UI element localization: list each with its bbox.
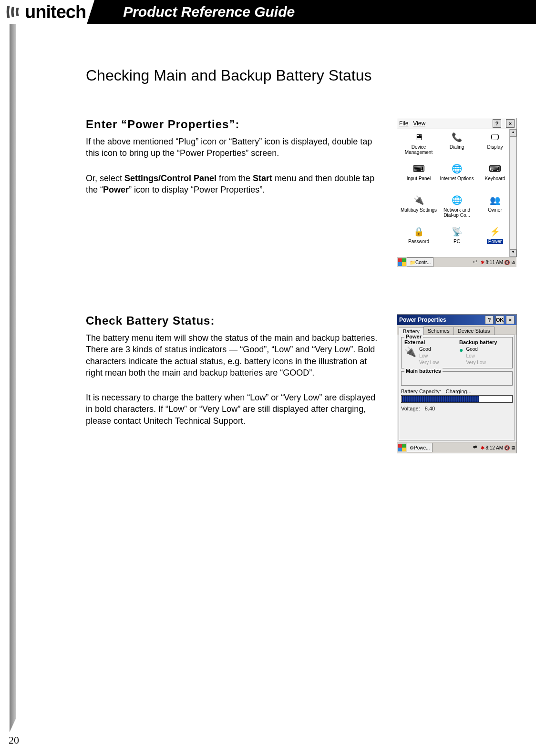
control-panel-icon[interactable]: 🖥Device Management (400, 132, 437, 163)
unitech-logo-icon (5, 4, 21, 20)
backup-title: Backup battery (459, 339, 509, 345)
screenshot-power-properties: Power Properties ? OK × Battery Schemes … (397, 314, 517, 453)
control-panel-icon[interactable]: 📞Dialing (438, 132, 475, 163)
control-panel-icon[interactable]: 🔒Password (400, 226, 437, 257)
tray-flag-icon[interactable]: ✱ (481, 445, 484, 450)
app-icon: 🌐 (450, 195, 464, 206)
control-panel-icon[interactable]: ⌨Input Panel (400, 163, 437, 194)
battery-panel: Power External 🔌 Good Low Very Low (399, 335, 515, 440)
tray-flag-icon[interactable]: ✱ (481, 260, 484, 265)
page-number: 20 (9, 734, 19, 746)
guide-title: Product Reference Guide (123, 4, 295, 20)
external-good: Good (419, 346, 439, 353)
close-button[interactable]: × (506, 316, 515, 324)
tab-device-status[interactable]: Device Status (454, 327, 495, 335)
section2-title: Check Battery Status: (86, 314, 382, 327)
text: from the (216, 174, 253, 183)
icon-label: Dialing (450, 144, 464, 150)
tray-sync-icon[interactable]: ⇄ (473, 259, 480, 266)
app-icon: 🔒 (412, 226, 425, 238)
taskbar-app-label: Powe... (414, 445, 430, 450)
app-icon: 🔌 (412, 195, 425, 206)
scrollbar[interactable]: ▴ ▾ (509, 129, 516, 257)
text-bold: Power (103, 185, 129, 194)
menu-file[interactable]: File (399, 120, 408, 127)
section1-title: Enter “Power Properties”: (86, 118, 382, 131)
voltage-value: 8.40 (425, 406, 435, 411)
tray-sync-icon[interactable]: ⇄ (473, 444, 480, 451)
icon-label: PC (454, 239, 460, 244)
control-panel-icon[interactable]: ⚡Power (476, 226, 514, 257)
backup-good: Good (466, 346, 485, 353)
icon-label: Owner (488, 207, 502, 213)
capacity-value: Charging... (446, 388, 472, 394)
section1-para2: Or, select Settings/Control Panel from t… (86, 173, 382, 196)
battery-icon: ● (459, 346, 463, 354)
control-panel-icon[interactable]: 👥Owner (476, 195, 514, 225)
header-bar: unitech Product Reference Guide (0, 0, 536, 24)
fieldset-main-batteries: Main batteries (401, 371, 513, 386)
tray-desktop-icon[interactable]: 🖥 (511, 445, 515, 450)
external-verylow: Very Low (419, 359, 439, 366)
help-button[interactable]: ? (485, 316, 494, 324)
icon-label: Device Management (400, 144, 437, 155)
scroll-down-icon[interactable]: ▾ (510, 249, 516, 257)
tab-schemes[interactable]: Schemes (423, 327, 454, 335)
section2-para1: The battery menu item will show the stat… (86, 332, 382, 378)
taskbar-app-button[interactable]: ⚙ Powe... (407, 443, 433, 452)
external-low: Low (419, 353, 439, 359)
close-button[interactable]: × (506, 119, 515, 128)
tray-desktop-icon[interactable]: 🖥 (511, 260, 515, 265)
icon-label: Power (487, 239, 503, 244)
app-icon: 🖵 (488, 132, 502, 143)
icon-label: Display (487, 144, 503, 150)
app-icon: ⌨ (488, 163, 502, 175)
backup-column: Backup battery ● Good Low Very Low (459, 339, 509, 366)
control-panel-icon[interactable]: ⌨Keyboard (476, 163, 514, 194)
section-enter-power-properties: Enter “Power Properties”: If the above m… (86, 118, 517, 257)
menu-view[interactable]: View (413, 120, 425, 127)
tray-speaker-icon[interactable]: 🔇 (504, 445, 510, 450)
text: ” icon to display “Power Properties”. (129, 185, 265, 194)
section-check-battery-status: Check Battery Status: The battery menu i… (86, 314, 517, 453)
page-heading: Checking Main and Backup Battery Status (86, 67, 517, 84)
backup-low: Low (466, 353, 485, 359)
icon-label: Internet Options (440, 176, 474, 181)
control-panel-icon[interactable]: 🌐Network and Dial-up Co... (438, 195, 475, 225)
fieldset-power: Power External 🔌 Good Low Very Low (401, 337, 513, 368)
voltage-label: Voltage: (401, 406, 420, 411)
backup-verylow: Very Low (466, 359, 485, 366)
capacity-bar (401, 395, 513, 403)
tray-speaker-icon[interactable]: 🔇 (504, 260, 510, 265)
taskbar-app-button[interactable]: 📁 Contr... (407, 257, 433, 267)
legend-power: Power (404, 334, 423, 339)
screenshot-control-panel: File View ? × ▴ ▾ 🖥Device Management📞Dia… (397, 118, 517, 257)
tabs: Battery Schemes Device Status (397, 325, 516, 335)
text-bold: Start (253, 174, 272, 183)
section2-para2: It is necessary to charge the battery wh… (86, 392, 382, 427)
app-icon: 🌐 (450, 163, 464, 175)
control-panel-icon[interactable]: 📡PC (438, 226, 475, 257)
help-button[interactable]: ? (493, 119, 501, 128)
scroll-up-icon[interactable]: ▴ (510, 129, 516, 137)
app-icon: 📞 (450, 132, 464, 143)
left-margin-strip (10, 24, 16, 732)
icon-label: Multibay Settings (401, 207, 437, 213)
start-icon[interactable] (398, 444, 406, 451)
app-icon: 🖥 (412, 132, 425, 143)
app-icon: ⌨ (412, 163, 425, 175)
icon-label: Input Panel (407, 176, 431, 181)
ok-button[interactable]: OK (495, 316, 504, 324)
icon-label: Network and Dial-up Co... (438, 207, 475, 218)
taskbar-app-label: Contr... (415, 260, 431, 265)
control-panel-icon[interactable]: 🌐Internet Options (438, 163, 475, 194)
icon-label: Keyboard (485, 176, 505, 181)
external-title: External (404, 339, 454, 345)
section1-para1: If the above mentioned “Plug” icon or “B… (86, 136, 382, 159)
plug-icon: 🔌 (404, 346, 416, 358)
control-panel-icon[interactable]: 🖵Display (476, 132, 514, 163)
app-icon: ⚡ (488, 226, 502, 238)
start-icon[interactable] (398, 258, 406, 266)
legend-main-batteries: Main batteries (404, 368, 443, 374)
control-panel-icon[interactable]: 🔌Multibay Settings (400, 195, 437, 225)
